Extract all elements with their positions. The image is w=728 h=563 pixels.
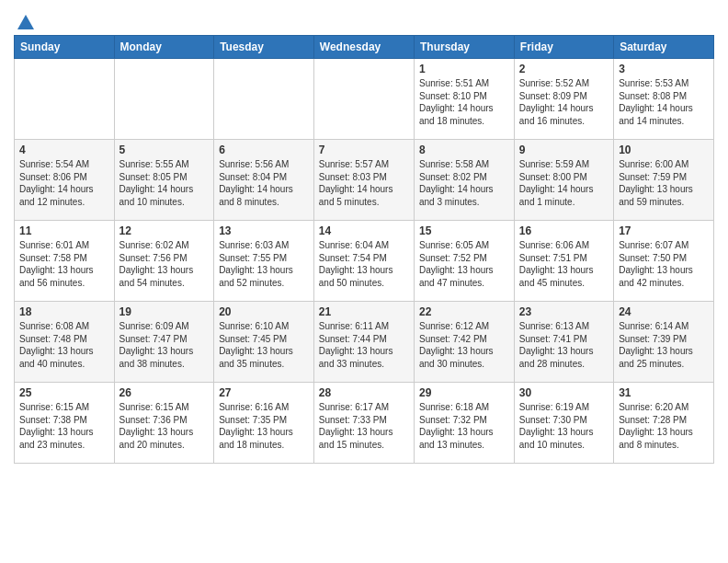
day-number: 24 xyxy=(619,305,709,318)
day-info: Daylight: 13 hours and 25 minutes. xyxy=(619,345,709,370)
day-number: 2 xyxy=(519,63,609,75)
day-number: 7 xyxy=(319,144,409,156)
day-info: Sunset: 7:55 PM xyxy=(219,252,309,265)
calendar-cell: 22Sunrise: 6:12 AMSunset: 7:42 PMDayligh… xyxy=(414,302,514,383)
day-info: Sunset: 8:08 PM xyxy=(619,90,709,103)
day-info: Sunrise: 6:00 AM xyxy=(619,158,709,171)
day-number: 15 xyxy=(419,224,509,237)
calendar-header-row: SundayMondayTuesdayWednesdayThursdayFrid… xyxy=(15,36,714,59)
day-info: Daylight: 13 hours and 54 minutes. xyxy=(119,264,210,289)
calendar-cell: 26Sunrise: 6:15 AMSunset: 7:36 PMDayligh… xyxy=(114,383,214,464)
day-info: Sunset: 7:52 PM xyxy=(419,252,509,265)
day-info: Sunrise: 6:16 AM xyxy=(219,401,309,414)
day-info: Sunrise: 6:13 AM xyxy=(519,320,609,333)
day-info: Daylight: 13 hours and 15 minutes. xyxy=(319,426,409,451)
calendar-cell: 19Sunrise: 6:09 AMSunset: 7:47 PMDayligh… xyxy=(114,302,214,383)
day-info: Daylight: 14 hours and 18 minutes. xyxy=(419,102,509,127)
day-number: 4 xyxy=(19,144,109,156)
day-info: Sunset: 8:06 PM xyxy=(19,171,109,184)
day-header-tuesday: Tuesday xyxy=(214,36,314,59)
day-info: Sunrise: 5:53 AM xyxy=(619,77,709,90)
day-number: 16 xyxy=(519,224,609,237)
day-number: 29 xyxy=(419,386,509,399)
day-info: Daylight: 14 hours and 12 minutes. xyxy=(19,183,109,208)
day-info: Sunrise: 6:05 AM xyxy=(419,239,509,252)
calendar-cell xyxy=(313,59,414,140)
day-number: 12 xyxy=(119,224,210,237)
day-info: Sunrise: 6:14 AM xyxy=(619,320,709,333)
day-info: Daylight: 14 hours and 14 minutes. xyxy=(619,102,709,127)
calendar-cell: 28Sunrise: 6:17 AMSunset: 7:33 PMDayligh… xyxy=(313,383,414,464)
calendar-cell: 7Sunrise: 5:57 AMSunset: 8:03 PMDaylight… xyxy=(313,140,414,221)
day-number: 21 xyxy=(319,305,409,318)
calendar-cell: 4Sunrise: 5:54 AMSunset: 8:06 PMDaylight… xyxy=(15,140,115,221)
day-info: Daylight: 13 hours and 13 minutes. xyxy=(419,426,509,451)
day-info: Daylight: 13 hours and 20 minutes. xyxy=(119,426,210,451)
calendar-cell: 9Sunrise: 5:59 AMSunset: 8:00 PMDaylight… xyxy=(514,140,613,221)
logo-icon xyxy=(16,13,36,33)
logo xyxy=(14,17,36,29)
day-info: Sunrise: 6:12 AM xyxy=(419,320,509,333)
day-info: Daylight: 13 hours and 18 minutes. xyxy=(219,426,309,451)
calendar-cell: 16Sunrise: 6:06 AMSunset: 7:51 PMDayligh… xyxy=(514,221,613,302)
day-info: Sunset: 7:47 PM xyxy=(119,333,210,346)
calendar-cell: 25Sunrise: 6:15 AMSunset: 7:38 PMDayligh… xyxy=(15,383,115,464)
day-info: Sunrise: 5:56 AM xyxy=(219,158,309,171)
calendar-cell: 24Sunrise: 6:14 AMSunset: 7:39 PMDayligh… xyxy=(614,302,714,383)
day-info: Sunset: 8:00 PM xyxy=(519,171,609,184)
day-header-friday: Friday xyxy=(514,36,613,59)
day-info: Sunset: 7:45 PM xyxy=(219,333,309,346)
day-info: Sunset: 7:56 PM xyxy=(119,252,210,265)
day-number: 5 xyxy=(119,144,210,156)
day-info: Daylight: 13 hours and 59 minutes. xyxy=(619,183,709,208)
day-info: Daylight: 13 hours and 50 minutes. xyxy=(319,264,409,289)
day-info: Sunset: 7:48 PM xyxy=(19,333,109,346)
calendar-cell: 2Sunrise: 5:52 AMSunset: 8:09 PMDaylight… xyxy=(514,59,613,140)
day-info: Sunrise: 5:52 AM xyxy=(519,77,609,90)
day-info: Sunrise: 5:58 AM xyxy=(419,158,509,171)
day-info: Daylight: 13 hours and 8 minutes. xyxy=(619,426,709,451)
day-info: Sunrise: 6:09 AM xyxy=(119,320,210,333)
day-info: Sunset: 7:39 PM xyxy=(619,333,709,346)
svg-marker-0 xyxy=(17,15,34,29)
day-number: 31 xyxy=(619,386,709,399)
day-number: 14 xyxy=(319,224,409,237)
day-number: 30 xyxy=(519,386,609,399)
day-info: Sunrise: 5:51 AM xyxy=(419,77,509,90)
day-info: Sunrise: 6:08 AM xyxy=(19,320,109,333)
day-number: 6 xyxy=(219,144,309,156)
calendar-cell xyxy=(214,59,314,140)
day-info: Sunset: 7:42 PM xyxy=(419,333,509,346)
day-number: 17 xyxy=(619,224,709,237)
day-info: Sunrise: 5:59 AM xyxy=(519,158,609,171)
day-info: Sunrise: 6:06 AM xyxy=(519,239,609,252)
day-info: Sunset: 7:51 PM xyxy=(519,252,609,265)
calendar-cell: 27Sunrise: 6:16 AMSunset: 7:35 PMDayligh… xyxy=(214,383,314,464)
calendar-cell: 18Sunrise: 6:08 AMSunset: 7:48 PMDayligh… xyxy=(15,302,115,383)
calendar-cell: 17Sunrise: 6:07 AMSunset: 7:50 PMDayligh… xyxy=(614,221,714,302)
day-number: 3 xyxy=(619,63,709,75)
day-number: 10 xyxy=(619,144,709,156)
day-info: Sunset: 7:44 PM xyxy=(319,333,409,346)
day-info: Sunset: 8:10 PM xyxy=(419,90,509,103)
day-header-monday: Monday xyxy=(114,36,214,59)
day-info: Daylight: 14 hours and 5 minutes. xyxy=(319,183,409,208)
day-info: Sunset: 8:04 PM xyxy=(219,171,309,184)
calendar-cell xyxy=(114,59,214,140)
day-info: Sunset: 7:50 PM xyxy=(619,252,709,265)
calendar-week-row: 18Sunrise: 6:08 AMSunset: 7:48 PMDayligh… xyxy=(15,302,714,383)
day-info: Sunrise: 6:20 AM xyxy=(619,401,709,414)
day-info: Sunrise: 6:15 AM xyxy=(119,401,210,414)
calendar-cell: 12Sunrise: 6:02 AMSunset: 7:56 PMDayligh… xyxy=(114,221,214,302)
day-number: 9 xyxy=(519,144,609,156)
day-number: 22 xyxy=(419,305,509,318)
day-info: Sunset: 8:02 PM xyxy=(419,171,509,184)
day-info: Daylight: 13 hours and 30 minutes. xyxy=(419,345,509,370)
day-info: Sunrise: 6:07 AM xyxy=(619,239,709,252)
calendar-week-row: 4Sunrise: 5:54 AMSunset: 8:06 PMDaylight… xyxy=(15,140,714,221)
calendar-cell: 13Sunrise: 6:03 AMSunset: 7:55 PMDayligh… xyxy=(214,221,314,302)
day-number: 23 xyxy=(519,305,609,318)
calendar-table: SundayMondayTuesdayWednesdayThursdayFrid… xyxy=(14,35,714,464)
calendar-cell: 8Sunrise: 5:58 AMSunset: 8:02 PMDaylight… xyxy=(414,140,514,221)
day-info: Sunset: 8:03 PM xyxy=(319,171,409,184)
